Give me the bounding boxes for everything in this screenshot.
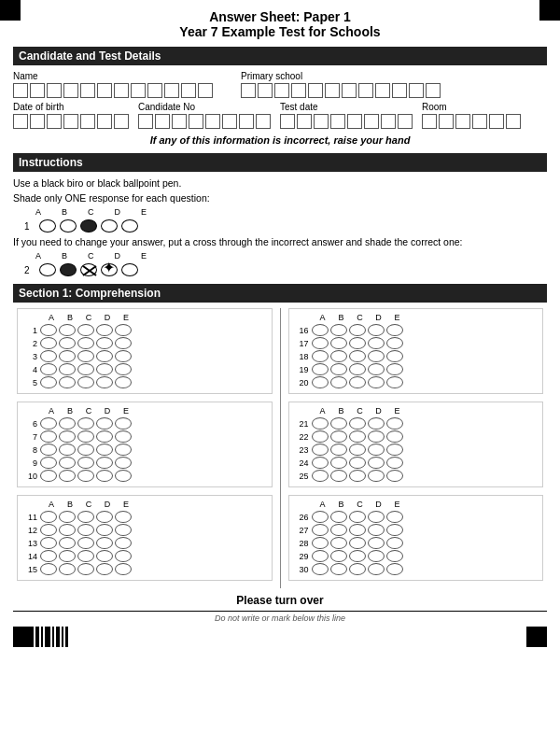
q16-a[interactable] xyxy=(312,324,329,336)
q20-c[interactable] xyxy=(349,376,366,388)
td-b2[interactable] xyxy=(297,114,312,129)
q20-b[interactable] xyxy=(330,376,347,388)
q25-c[interactable] xyxy=(349,470,366,482)
q1-d[interactable] xyxy=(96,324,113,336)
q7-c[interactable] xyxy=(77,430,94,443)
q1-e[interactable] xyxy=(115,324,132,336)
q19-c[interactable] xyxy=(349,363,366,375)
cn-b1[interactable] xyxy=(138,114,153,129)
q7-e[interactable] xyxy=(115,430,132,443)
q24-d[interactable] xyxy=(368,457,385,469)
q17-c[interactable] xyxy=(349,337,366,349)
ps-box-12[interactable] xyxy=(426,83,441,98)
q15-d[interactable] xyxy=(96,563,113,575)
q13-a[interactable] xyxy=(40,537,57,549)
q25-e[interactable] xyxy=(386,470,403,482)
q30-d[interactable] xyxy=(368,563,385,575)
q22-c[interactable] xyxy=(349,430,366,443)
room-b1[interactable] xyxy=(422,114,437,129)
ps-box-8[interactable] xyxy=(358,83,373,98)
q2-c[interactable] xyxy=(77,337,94,349)
room-b5[interactable] xyxy=(489,114,504,129)
q12-b[interactable] xyxy=(59,524,76,536)
q13-b[interactable] xyxy=(59,537,76,549)
q1-b[interactable] xyxy=(59,324,76,336)
q21-a[interactable] xyxy=(312,417,329,430)
q18-c[interactable] xyxy=(349,350,366,362)
ps-box-2[interactable] xyxy=(258,83,273,98)
q1-a[interactable] xyxy=(40,324,57,336)
q6-c[interactable] xyxy=(77,417,94,430)
q1-c[interactable] xyxy=(77,324,94,336)
q10-b[interactable] xyxy=(59,470,76,482)
q24-a[interactable] xyxy=(312,457,329,469)
q14-d[interactable] xyxy=(96,550,113,562)
q29-e[interactable] xyxy=(386,550,403,562)
q26-d[interactable] xyxy=(368,511,385,523)
q21-e[interactable] xyxy=(386,417,403,430)
q13-e[interactable] xyxy=(115,537,132,549)
q14-e[interactable] xyxy=(115,550,132,562)
q12-d[interactable] xyxy=(96,524,113,536)
q12-e[interactable] xyxy=(115,524,132,536)
room-b3[interactable] xyxy=(455,114,470,129)
ex1-bubble-c[interactable] xyxy=(80,219,97,233)
cn-b2[interactable] xyxy=(155,114,170,129)
dob-b1[interactable] xyxy=(13,114,28,129)
td-b4[interactable] xyxy=(330,114,345,129)
q28-d[interactable] xyxy=(368,537,385,549)
name-box-7[interactable] xyxy=(114,83,129,98)
q27-e[interactable] xyxy=(386,524,403,536)
ps-box-10[interactable] xyxy=(392,83,407,98)
ex2-bubble-e[interactable] xyxy=(121,263,138,276)
ps-box-1[interactable] xyxy=(241,83,256,98)
q2-e[interactable] xyxy=(115,337,132,349)
q18-b[interactable] xyxy=(330,350,347,362)
q4-c[interactable] xyxy=(77,363,94,375)
q3-b[interactable] xyxy=(59,350,76,362)
name-box-6[interactable] xyxy=(97,83,112,98)
cn-b6[interactable] xyxy=(222,114,237,129)
td-b3[interactable] xyxy=(314,114,329,129)
name-box-12[interactable] xyxy=(198,83,213,98)
dob-b7[interactable] xyxy=(114,114,129,129)
q25-b[interactable] xyxy=(330,470,347,482)
q14-c[interactable] xyxy=(77,550,94,562)
q30-a[interactable] xyxy=(312,563,329,575)
q6-a[interactable] xyxy=(40,417,57,430)
q20-d[interactable] xyxy=(368,376,385,388)
q12-c[interactable] xyxy=(77,524,94,536)
q2-a[interactable] xyxy=(40,337,57,349)
q20-e[interactable] xyxy=(386,376,403,388)
ex2-bubble-d[interactable]: ✦ xyxy=(101,263,118,276)
q29-d[interactable] xyxy=(368,550,385,562)
q3-e[interactable] xyxy=(115,350,132,362)
q11-b[interactable] xyxy=(59,511,76,523)
q21-b[interactable] xyxy=(330,417,347,430)
q23-e[interactable] xyxy=(386,444,403,456)
q22-e[interactable] xyxy=(386,430,403,443)
q21-c[interactable] xyxy=(349,417,366,430)
q25-a[interactable] xyxy=(312,470,329,482)
q15-b[interactable] xyxy=(59,563,76,575)
q12-a[interactable] xyxy=(40,524,57,536)
ex1-bubble-a[interactable] xyxy=(39,219,56,233)
dob-b4[interactable] xyxy=(63,114,78,129)
q22-d[interactable] xyxy=(368,430,385,443)
q17-b[interactable] xyxy=(330,337,347,349)
q24-e[interactable] xyxy=(386,457,403,469)
q26-c[interactable] xyxy=(349,511,366,523)
q10-c[interactable] xyxy=(77,470,94,482)
q24-c[interactable] xyxy=(349,457,366,469)
q28-c[interactable] xyxy=(349,537,366,549)
q4-d[interactable] xyxy=(96,363,113,375)
ps-box-5[interactable] xyxy=(308,83,323,98)
name-box-1[interactable] xyxy=(13,83,28,98)
q7-a[interactable] xyxy=(40,430,57,443)
q6-b[interactable] xyxy=(59,417,76,430)
q5-e[interactable] xyxy=(115,376,132,388)
ex2-bubble-c[interactable] xyxy=(80,263,97,276)
dob-b6[interactable] xyxy=(97,114,112,129)
cn-b5[interactable] xyxy=(205,114,220,129)
q16-b[interactable] xyxy=(330,324,347,336)
